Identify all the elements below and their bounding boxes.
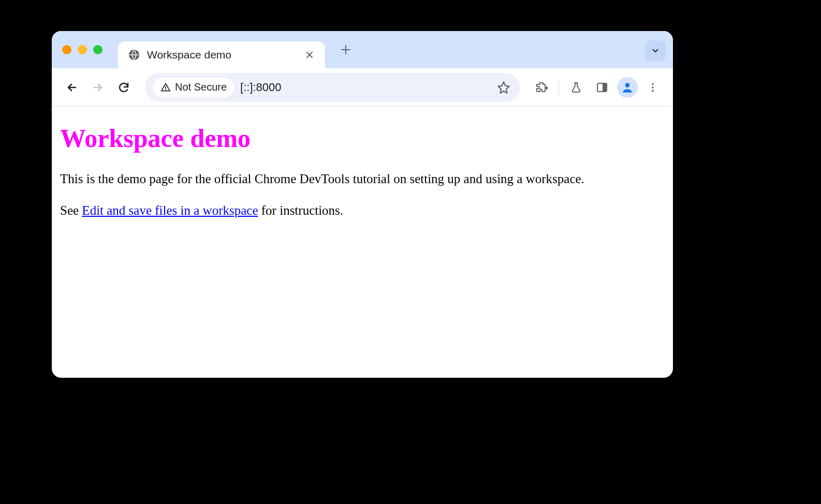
labs-button[interactable] <box>565 77 587 98</box>
browser-window: Workspace demo Not Secure <box>52 31 673 378</box>
window-controls <box>62 45 102 54</box>
svg-point-7 <box>652 90 654 92</box>
page-paragraph-1: This is the demo page for the official C… <box>60 171 665 188</box>
svg-point-6 <box>652 86 654 88</box>
toolbar-actions <box>531 77 664 98</box>
svg-point-5 <box>652 83 654 85</box>
menu-button[interactable] <box>642 77 664 98</box>
svg-point-4 <box>625 83 630 87</box>
page-paragraph-2: See Edit and save files in a workspace f… <box>60 202 665 219</box>
page-content: Workspace demo This is the demo page for… <box>52 107 673 250</box>
window-maximize-button[interactable] <box>93 45 102 54</box>
new-tab-button[interactable] <box>335 39 356 60</box>
page-heading: Workspace demo <box>60 123 665 153</box>
tab-close-button[interactable] <box>304 50 315 60</box>
browser-toolbar: Not Secure [::]:8000 <box>52 68 673 107</box>
window-minimize-button[interactable] <box>78 45 87 54</box>
paragraph-prefix: See <box>60 203 82 217</box>
paragraph-suffix: for instructions. <box>258 203 344 217</box>
workspace-tutorial-link[interactable]: Edit and save files in a workspace <box>82 203 258 217</box>
svg-rect-3 <box>603 83 607 92</box>
security-chip[interactable]: Not Secure <box>153 78 234 97</box>
address-bar[interactable]: Not Secure [::]:8000 <box>145 73 520 102</box>
globe-icon <box>128 49 140 61</box>
tab-title: Workspace demo <box>147 49 297 61</box>
extensions-button[interactable] <box>531 77 552 98</box>
tabs-dropdown-button[interactable] <box>645 40 666 61</box>
reload-button[interactable] <box>113 77 135 98</box>
window-close-button[interactable] <box>62 45 71 54</box>
bookmark-button[interactable] <box>495 79 512 96</box>
svg-point-1 <box>165 89 166 90</box>
security-label: Not Secure <box>175 81 227 93</box>
url-text: [::]:8000 <box>240 81 489 94</box>
side-panel-button[interactable] <box>591 77 613 98</box>
toolbar-separator <box>559 80 559 95</box>
back-button[interactable] <box>61 77 83 98</box>
profile-button[interactable] <box>617 77 638 98</box>
tab-strip: Workspace demo <box>52 31 673 68</box>
forward-button[interactable] <box>87 77 109 98</box>
browser-tab[interactable]: Workspace demo <box>118 41 325 68</box>
warning-icon <box>160 82 171 93</box>
